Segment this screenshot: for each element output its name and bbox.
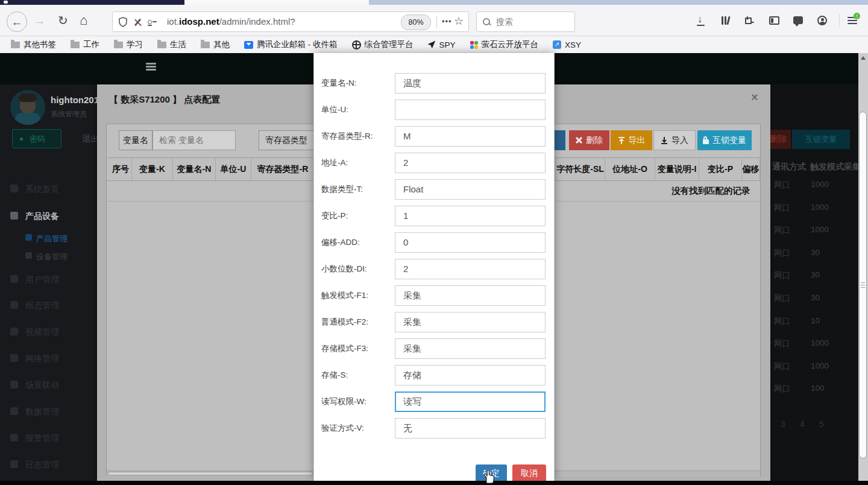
url-prefix: iot. (167, 16, 179, 27)
cancel-button[interactable]: 取消 (512, 464, 546, 483)
zoom-level-badge[interactable]: 80% (401, 14, 431, 30)
dialog-input-1[interactable] (395, 100, 546, 120)
column-header: 变量名-N (173, 158, 216, 180)
bookmark-item[interactable]: 其他书签 (11, 39, 56, 50)
filter-field-chip[interactable]: 变量名 (119, 130, 153, 150)
dialog-input-5[interactable]: 1 (395, 206, 546, 226)
home-icon[interactable]: ⌂ (80, 14, 87, 27)
dialog-input-3[interactable]: 2 (395, 153, 546, 173)
logout-link[interactable]: 退出 (82, 134, 99, 145)
toolbar-button-delete[interactable]: 删除 (569, 130, 609, 150)
behind-page-number[interactable]: 4 (800, 419, 805, 429)
back-button[interactable]: ← (7, 11, 27, 32)
behind-header-comm: 通讯方式 (772, 162, 806, 173)
dialog-select-11[interactable]: 存储 (395, 365, 546, 385)
forward-icon[interactable]: → (34, 15, 45, 27)
behind-row-value: 30 (811, 248, 820, 257)
close-icon[interactable]: × (751, 90, 758, 104)
scroll-up-arrow-icon[interactable] (861, 56, 866, 60)
menu-square-icon (10, 434, 18, 442)
dialog-select-2[interactable]: M (395, 126, 546, 147)
url-bar[interactable]: iot.idosp.net/admin/index.html? 80% ••• … (112, 11, 469, 32)
column-header: 位地址-O (605, 158, 655, 180)
bookmark-item[interactable]: 腾讯企业邮箱 - 收件箱 (244, 39, 338, 50)
tab-strip-light-segment (369, 0, 868, 5)
menu-square-icon (25, 234, 32, 241)
dialog-select-7[interactable]: 2 (395, 259, 546, 279)
filter-register-chip[interactable]: 寄存器类型 (259, 130, 314, 150)
search-box[interactable]: 搜索 (476, 11, 575, 32)
dialog-input-0[interactable]: 温度 (395, 73, 546, 94)
page-actions-icon[interactable]: ••• (442, 17, 452, 26)
downloads-icon[interactable]: ↓ (696, 16, 706, 27)
behind-row-value: 30 (811, 293, 820, 302)
behind-page-number[interactable]: 3 (781, 419, 785, 429)
dialog-select-13[interactable]: 无 (395, 418, 546, 439)
import-icon (661, 137, 668, 144)
filter-search-input[interactable]: 检索 变量名 (153, 130, 236, 150)
bookmark-item[interactable]: 萤石云开放平台 (470, 39, 539, 50)
export-icon (618, 137, 625, 144)
dialog-field-label: 偏移-ADD: (321, 232, 394, 253)
menu-square-icon (10, 460, 18, 468)
sidebar-user-role: 系统管理员 (51, 109, 87, 119)
bookmark-item[interactable]: 生活 (157, 39, 186, 50)
browser-toolbar: ← → ↻ ⌂ iot.idosp.net/admin/index.html? … (0, 5, 868, 36)
behind-row-port: 网口 (774, 384, 790, 395)
bookmark-star-icon[interactable]: ☆ (454, 14, 464, 28)
behind-row-value: 1000 (811, 338, 829, 347)
behind-row-port: 网口 (774, 316, 790, 327)
avatar[interactable] (10, 90, 45, 125)
grid-line-v (356, 42, 357, 48)
reader-sidebar-icon[interactable] (769, 16, 779, 25)
bookmark-item[interactable]: 学习 (114, 39, 143, 50)
dialog-input-6[interactable]: 0 (395, 232, 546, 253)
url-text[interactable]: iot.idosp.net/admin/index.html? (167, 16, 295, 27)
dialog-select-4[interactable]: Float (395, 179, 546, 200)
bookmark-item[interactable]: SPY (428, 40, 456, 49)
dialog-select-9[interactable]: 采集 (395, 312, 546, 332)
browser-scrollbar[interactable] (858, 53, 868, 485)
dialog-field-label: 存储模式-F3: (321, 338, 394, 359)
behind-page-number[interactable]: 5 (819, 419, 824, 429)
background-page-right: 删除互锁变量通讯方式触发模式采集网口1000网口1000网口1000网口30网口… (760, 84, 858, 481)
bookmark-item[interactable]: 其他 (201, 39, 230, 50)
dialog-select-10[interactable]: 采集 (395, 338, 546, 359)
dialog-field-label: 验证方式-V: (321, 418, 394, 439)
toolbar-button-label: 导入 (671, 135, 688, 146)
chat-bubble-icon[interactable] (793, 16, 803, 24)
library-icon[interactable] (722, 16, 731, 25)
tab-favicon-dot (4, 1, 8, 4)
blocked-pen-icon[interactable] (133, 17, 143, 27)
toolbar-button-export[interactable]: 导出 (611, 130, 652, 150)
menu-hamburger-icon[interactable]: ↑ (848, 17, 858, 25)
menu-square-icon (10, 301, 18, 309)
account-icon[interactable] (817, 16, 827, 25)
change-password-button[interactable]: 密码 (12, 129, 61, 148)
dialog-select-8[interactable]: 采集 (395, 285, 546, 306)
behind-row-port: 网口 (774, 203, 790, 214)
dialog-field-label: 存储-S: (321, 365, 394, 385)
bookmark-item[interactable]: 工作 (71, 39, 99, 50)
behind-row-port: 网口 (774, 338, 790, 349)
dialog-select-12[interactable]: 读写 (395, 391, 546, 412)
bookmark-item[interactable]: ↗XSY (553, 40, 581, 49)
bookmark-label: 其他 (213, 39, 230, 50)
menu-square-icon (10, 381, 18, 388)
toolbar-button-import[interactable]: 导入 (653, 130, 696, 150)
browser-scrollbar-thumb[interactable] (859, 112, 867, 458)
permissions-icon[interactable] (148, 19, 157, 26)
horizontal-scrollbar-thumb[interactable] (108, 472, 313, 475)
active-tab-top[interactable] (184, 0, 369, 5)
folder-icon (71, 42, 80, 48)
screenshot-crop-icon[interactable] (745, 16, 754, 25)
ezviz-icon (470, 41, 478, 49)
bookmark-item[interactable]: 综合管理平台 (352, 39, 414, 50)
dialog-field-label: 读写权限-W: (321, 391, 394, 412)
behind-lock-button[interactable]: 互锁变量 (792, 130, 850, 149)
app-hamburger-icon[interactable] (146, 63, 157, 71)
reload-icon[interactable]: ↻ (58, 14, 68, 27)
shield-icon[interactable] (119, 17, 127, 27)
toolbar-button-interlock[interactable]: 互锁变量 (697, 130, 752, 150)
behind-header-trigger: 触发模式采集 (810, 162, 858, 173)
